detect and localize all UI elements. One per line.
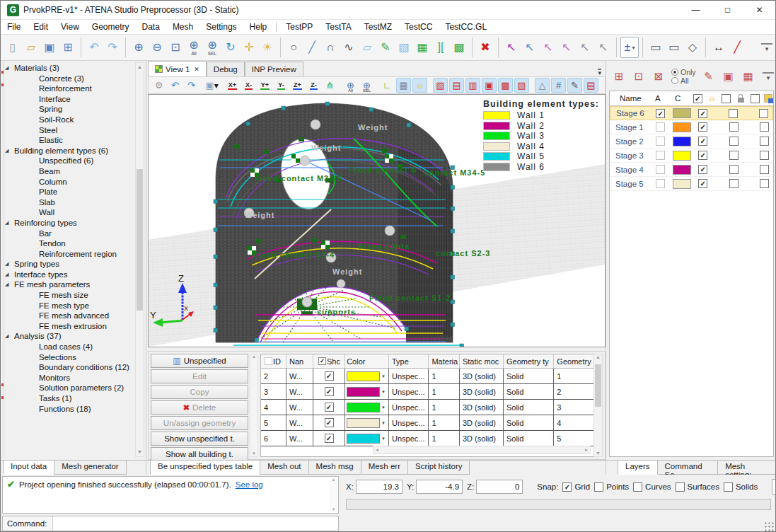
stage-color-swatch[interactable] bbox=[673, 137, 691, 146]
contact-solid-icon[interactable]: ▩ bbox=[450, 37, 468, 58]
view-undo-icon[interactable]: ↶ bbox=[168, 78, 183, 93]
types-table-vscroll[interactable]: ▲▼ bbox=[593, 354, 603, 457]
view-axis-icon[interactable]: ⋔ bbox=[323, 78, 337, 93]
snap-checkbox-surfaces[interactable] bbox=[676, 482, 685, 492]
tree-item-load-cases-4[interactable]: Load cases (4) bbox=[5, 342, 133, 352]
stage-color-swatch[interactable] bbox=[673, 108, 691, 118]
stage-active-checkbox[interactable]: ✓ bbox=[656, 109, 665, 118]
stage-active-checkbox[interactable] bbox=[656, 165, 665, 174]
arc-icon[interactable]: ∩ bbox=[321, 37, 340, 58]
tree-item-solution-parameters-2[interactable]: Solution parameters (2) bbox=[5, 383, 133, 393]
tab-mesh-msg[interactable]: Mesh msg bbox=[308, 461, 361, 475]
dimension-icon[interactable]: ╱ bbox=[728, 37, 746, 58]
header-checkbox[interactable] bbox=[751, 94, 760, 103]
stage-row-stage-3[interactable]: Stage 3✓ bbox=[610, 149, 773, 163]
tree-expander-icon[interactable]: ◢ bbox=[5, 259, 12, 270]
open-folder-icon[interactable]: ▱ bbox=[22, 37, 40, 58]
tree-item-building-element-types-6[interactable]: ◢Building element types (6) bbox=[5, 146, 133, 156]
message-scrollbar[interactable]: ▲▼ bbox=[330, 478, 337, 512]
view-x-plus-button[interactable]: X+ bbox=[225, 78, 240, 93]
view-settings-gear-icon[interactable]: ⚙ bbox=[151, 78, 166, 93]
layers-toolbar-overflow-icon[interactable]: ▾ bbox=[763, 72, 774, 81]
solid-icon[interactable]: ▧ bbox=[395, 37, 413, 58]
tree-item-wall[interactable]: Wall bbox=[5, 207, 133, 218]
button-unspecified[interactable]: ▥Unspecified bbox=[151, 354, 248, 368]
tab-mesh-err[interactable]: Mesh err bbox=[361, 461, 408, 475]
coord-input-z[interactable]: 0 bbox=[476, 480, 523, 494]
view-y-plus-button[interactable]: Y+ bbox=[257, 78, 272, 93]
menu-testcc[interactable]: TestCC bbox=[398, 21, 439, 33]
tree-item-reinforcement[interactable]: Reinforcement bbox=[5, 83, 133, 94]
color-swatch[interactable] bbox=[347, 434, 380, 444]
collapsed-panel-strip[interactable] bbox=[1, 61, 4, 457]
tree-item-fe-mesh-size[interactable]: FE mesh size bbox=[5, 290, 133, 301]
command-input[interactable] bbox=[53, 516, 338, 531]
view-z-plus-button[interactable]: Z+ bbox=[290, 78, 305, 93]
menu-file[interactable]: File bbox=[1, 21, 27, 33]
tree-item-beam[interactable]: Beam bbox=[5, 166, 133, 177]
color-swatch[interactable] bbox=[347, 403, 380, 412]
stage-checkbox-2[interactable] bbox=[729, 151, 739, 160]
show-contacts-icon[interactable]: ▥ bbox=[465, 78, 480, 93]
stage-checkbox-2[interactable] bbox=[729, 165, 739, 174]
chevron-down-icon[interactable]: ▾ bbox=[380, 389, 387, 395]
hash-grid-icon[interactable]: # bbox=[551, 78, 566, 93]
copy-layer-icon[interactable]: ▣ bbox=[719, 67, 738, 86]
stage-color-swatch[interactable] bbox=[673, 165, 691, 175]
stage-checkbox-2[interactable] bbox=[729, 109, 738, 118]
select-surfaces-icon[interactable]: ↖ bbox=[539, 37, 557, 58]
snap-checkbox-curves[interactable] bbox=[633, 482, 642, 492]
stage-checkbox-2[interactable] bbox=[729, 179, 739, 188]
show-loads-icon[interactable]: ▣ bbox=[482, 78, 497, 93]
insert-layer-icon[interactable]: ⊡ bbox=[630, 67, 648, 86]
select-contacts-icon[interactable]: ↖ bbox=[576, 37, 594, 58]
button-un-assign-geometry[interactable]: Un/assign geometry bbox=[151, 416, 248, 430]
stage-checkbox-3[interactable] bbox=[760, 122, 769, 132]
menu-edit[interactable]: Edit bbox=[27, 21, 54, 33]
tree-scrollbar[interactable]: ▲ ▼ bbox=[135, 62, 144, 457]
stage-row-stage-4[interactable]: Stage 4✓ bbox=[610, 163, 773, 177]
tunnel-structure[interactable] bbox=[216, 103, 453, 342]
zoom-all-icon[interactable]: ⊕All bbox=[185, 37, 203, 58]
view-z-minus-button[interactable]: Z- bbox=[306, 78, 321, 93]
menu-settings[interactable]: Settings bbox=[199, 21, 243, 33]
snap-curves[interactable]: Curves bbox=[633, 482, 671, 492]
table-row[interactable]: 4W...✓▾Unspec...13D (solid)Solid3 bbox=[261, 400, 602, 415]
stage-row-stage-2[interactable]: Stage 2✓ bbox=[610, 134, 773, 149]
reinforcement-icon[interactable]: ✎ bbox=[376, 37, 395, 58]
tab-input-data[interactable]: Input data bbox=[3, 461, 54, 475]
tree-item-tasks-1[interactable]: Tasks (1) bbox=[5, 393, 133, 404]
chevron-down-icon[interactable]: ▾ bbox=[380, 374, 387, 379]
stage-checkbox-3[interactable] bbox=[759, 109, 768, 118]
stage-visible-checkbox[interactable]: ✓ bbox=[698, 109, 707, 118]
radio-all[interactable]: All bbox=[671, 76, 696, 85]
tree-item-reinforcing-types[interactable]: ◢Reinforcing types bbox=[5, 218, 133, 229]
tree-item-materials-3[interactable]: ◢Materials (3) bbox=[5, 63, 133, 74]
maximize-button[interactable]: □ bbox=[712, 1, 743, 19]
chevron-down-icon[interactable]: ▾ bbox=[380, 436, 387, 441]
tab-command-se[interactable]: Command Se bbox=[657, 461, 719, 475]
column-icon[interactable]: ▤ bbox=[584, 78, 598, 93]
radio-only[interactable]: Only bbox=[671, 68, 696, 76]
stage-visible-checkbox[interactable]: ✓ bbox=[698, 165, 707, 174]
chevron-down-icon[interactable]: ▾ bbox=[380, 420, 387, 426]
snap-points[interactable]: Points bbox=[594, 482, 629, 492]
tree-item-reinforcement-region[interactable]: Reinforcement region bbox=[5, 249, 133, 260]
coord-input-y[interactable]: -4.9 bbox=[416, 480, 463, 494]
rotate-copy-icon[interactable]: ◇ bbox=[683, 37, 702, 58]
tree-item-plate[interactable]: Plate bbox=[5, 187, 133, 197]
tree-item-spring[interactable]: Spring bbox=[5, 104, 133, 115]
move-to-layer-icon[interactable]: ▭ bbox=[665, 37, 683, 58]
tree-item-slab[interactable]: Slab bbox=[5, 197, 133, 208]
tree-item-functions-18[interactable]: Functions (18) bbox=[5, 404, 133, 415]
tree-item-interface-types[interactable]: ◢Interface types bbox=[5, 270, 133, 280]
view-tabs-overflow-icon[interactable]: ▾ bbox=[598, 69, 601, 76]
header-checkbox[interactable] bbox=[722, 94, 731, 103]
header-checkbox[interactable]: ✓ bbox=[318, 357, 326, 365]
snap-grid[interactable]: ✓Grid bbox=[562, 482, 590, 492]
grid-toggle-icon[interactable]: ▦ bbox=[396, 78, 411, 93]
resize-grip[interactable] bbox=[764, 521, 774, 531]
new-layer-icon[interactable]: ⊞ bbox=[610, 67, 628, 86]
menu-view[interactable]: View bbox=[54, 21, 86, 33]
corner-axes-icon[interactable]: ∟ bbox=[380, 78, 395, 93]
